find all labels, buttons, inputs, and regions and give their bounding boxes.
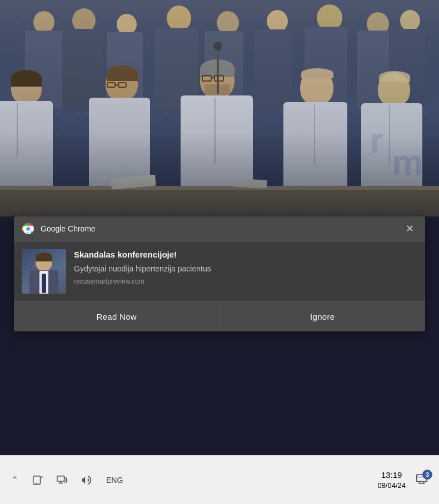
svg-point-3	[27, 228, 30, 230]
notification-body-text: Gydytojai nuodija hipertenzija pacientus	[74, 264, 417, 275]
clock-date: 08/04/24	[377, 481, 406, 491]
notification-actions: Read Now Ignore	[14, 301, 425, 331]
tablet-pen-icon[interactable]	[32, 474, 44, 486]
notification-center-button[interactable]: 3	[416, 473, 428, 487]
notification-thumbnail	[22, 249, 66, 294]
background-image: m r Google Chrome ✕	[0, 0, 439, 455]
notification-headline: Skandalas konferencijoje!	[74, 249, 417, 260]
language-indicator[interactable]: ENG	[106, 476, 123, 485]
ignore-button[interactable]: Ignore	[219, 302, 426, 331]
network-icon[interactable]	[56, 474, 68, 486]
chrome-notification: Google Chrome ✕ S	[14, 216, 425, 331]
notification-body: Skandalas konferencijoje! Gydytojai nuod…	[14, 241, 425, 301]
volume-icon[interactable]	[81, 474, 93, 486]
taskbar-system-icons	[32, 474, 93, 486]
notification-badge-count: 3	[422, 470, 432, 480]
notification-close-button[interactable]: ✕	[402, 223, 417, 235]
clock-area[interactable]: 13:19 08/04/24	[377, 469, 406, 491]
svg-rect-6	[57, 476, 64, 481]
chrome-icon	[22, 222, 35, 235]
taskbar: ⌃ ENG	[0, 455, 439, 504]
notification-header: Google Chrome ✕	[14, 216, 425, 241]
notification-app-name: Google Chrome	[41, 224, 402, 233]
read-now-button[interactable]: Read Now	[14, 302, 219, 331]
notification-source-url: recusemartpreview.com	[74, 278, 417, 285]
notification-content-area: Skandalas konferencijoje! Gydytojai nuod…	[74, 249, 417, 285]
taskbar-right-area: 13:19 08/04/24 3	[377, 469, 428, 491]
taskbar-left-area: ⌃ ENG	[11, 474, 123, 486]
show-hidden-icons-button[interactable]: ⌃	[11, 475, 18, 485]
clock-time: 13:19	[377, 469, 406, 481]
